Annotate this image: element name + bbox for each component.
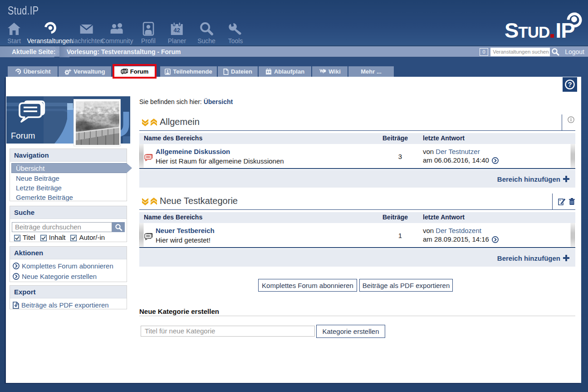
- svg-text:?: ?: [568, 80, 572, 88]
- svg-text:42: 42: [174, 27, 180, 34]
